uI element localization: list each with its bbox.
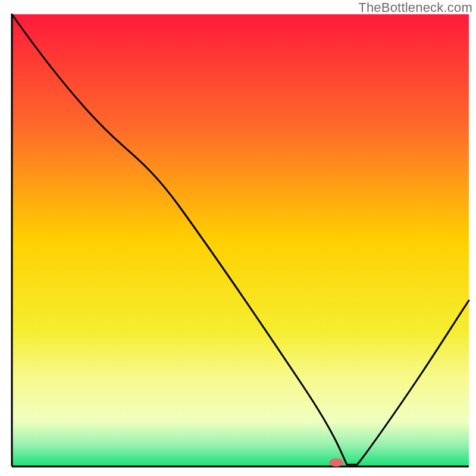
plot-gradient-area: [12, 14, 469, 466]
optimal-point-marker: [329, 458, 343, 466]
watermark-text: TheBottleneck.com: [358, 0, 472, 15]
bottleneck-chart: [0, 0, 476, 476]
